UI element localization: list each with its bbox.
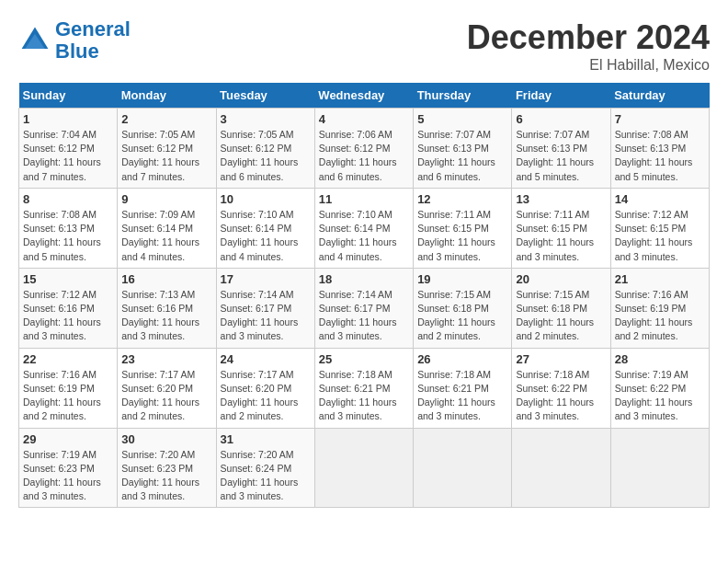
calendar-cell: 18Sunrise: 7:14 AMSunset: 6:17 PMDayligh… — [314, 268, 413, 348]
day-info: Sunrise: 7:20 AMSunset: 6:24 PMDaylight:… — [221, 448, 311, 504]
calendar-cell: 11Sunrise: 7:10 AMSunset: 6:14 PMDayligh… — [314, 188, 413, 268]
day-info: Sunrise: 7:05 AMSunset: 6:12 PMDaylight:… — [121, 128, 211, 184]
day-info: Sunrise: 7:18 AMSunset: 6:21 PMDaylight:… — [319, 368, 409, 424]
calendar-cell: 6Sunrise: 7:07 AMSunset: 6:13 PMDaylight… — [512, 109, 610, 189]
calendar-cell: 8Sunrise: 7:08 AMSunset: 6:13 PMDaylight… — [19, 188, 118, 268]
day-info: Sunrise: 7:20 AMSunset: 6:23 PMDaylight:… — [121, 448, 211, 504]
month-title: December 2024 — [467, 18, 710, 57]
calendar-week-row: 22Sunrise: 7:16 AMSunset: 6:19 PMDayligh… — [19, 348, 710, 428]
day-number: 2 — [121, 112, 211, 126]
calendar-cell: 30Sunrise: 7:20 AMSunset: 6:23 PMDayligh… — [118, 428, 216, 508]
day-info: Sunrise: 7:05 AMSunset: 6:12 PMDaylight:… — [221, 128, 311, 184]
calendar-cell — [414, 428, 512, 508]
day-info: Sunrise: 7:19 AMSunset: 6:23 PMDaylight:… — [23, 448, 113, 504]
day-header-monday: Monday — [118, 83, 216, 109]
calendar-cell: 19Sunrise: 7:15 AMSunset: 6:18 PMDayligh… — [414, 268, 512, 348]
calendar-header-row: SundayMondayTuesdayWednesdayThursdayFrid… — [19, 83, 710, 109]
day-info: Sunrise: 7:19 AMSunset: 6:22 PMDaylight:… — [615, 368, 705, 424]
calendar-cell: 27Sunrise: 7:18 AMSunset: 6:22 PMDayligh… — [512, 348, 610, 428]
day-info: Sunrise: 7:11 AMSunset: 6:15 PMDaylight:… — [516, 208, 606, 264]
day-number: 23 — [121, 352, 211, 366]
day-header-tuesday: Tuesday — [216, 83, 314, 109]
calendar-table: SundayMondayTuesdayWednesdayThursdayFrid… — [18, 83, 710, 508]
day-number: 24 — [221, 352, 311, 366]
calendar-cell: 2Sunrise: 7:05 AMSunset: 6:12 PMDaylight… — [118, 109, 216, 189]
day-number: 26 — [417, 352, 507, 366]
calendar-week-row: 8Sunrise: 7:08 AMSunset: 6:13 PMDaylight… — [19, 188, 710, 268]
location: El Habillal, Mexico — [467, 57, 710, 74]
calendar-cell: 20Sunrise: 7:15 AMSunset: 6:18 PMDayligh… — [512, 268, 610, 348]
calendar-cell — [314, 428, 413, 508]
day-info: Sunrise: 7:18 AMSunset: 6:22 PMDaylight:… — [516, 368, 606, 424]
calendar-cell: 12Sunrise: 7:11 AMSunset: 6:15 PMDayligh… — [414, 188, 512, 268]
day-info: Sunrise: 7:06 AMSunset: 6:12 PMDaylight:… — [319, 128, 409, 184]
calendar-cell: 15Sunrise: 7:12 AMSunset: 6:16 PMDayligh… — [19, 268, 118, 348]
day-header-wednesday: Wednesday — [314, 83, 413, 109]
day-info: Sunrise: 7:17 AMSunset: 6:20 PMDaylight:… — [221, 368, 311, 424]
day-number: 16 — [121, 272, 211, 286]
day-number: 18 — [319, 272, 409, 286]
calendar-cell: 29Sunrise: 7:19 AMSunset: 6:23 PMDayligh… — [19, 428, 118, 508]
day-header-friday: Friday — [512, 83, 610, 109]
day-number: 6 — [516, 112, 606, 126]
day-info: Sunrise: 7:16 AMSunset: 6:19 PMDaylight:… — [23, 368, 113, 424]
day-header-saturday: Saturday — [610, 83, 709, 109]
calendar-cell — [512, 428, 610, 508]
calendar-cell — [610, 428, 709, 508]
day-info: Sunrise: 7:08 AMSunset: 6:13 PMDaylight:… — [615, 128, 705, 184]
day-number: 13 — [516, 192, 606, 206]
day-number: 11 — [319, 192, 409, 206]
calendar-cell: 4Sunrise: 7:06 AMSunset: 6:12 PMDaylight… — [314, 109, 413, 189]
calendar-cell: 10Sunrise: 7:10 AMSunset: 6:14 PMDayligh… — [216, 188, 314, 268]
calendar-week-row: 1Sunrise: 7:04 AMSunset: 6:12 PMDaylight… — [19, 109, 710, 189]
day-info: Sunrise: 7:11 AMSunset: 6:15 PMDaylight:… — [417, 208, 507, 264]
calendar-cell: 25Sunrise: 7:18 AMSunset: 6:21 PMDayligh… — [314, 348, 413, 428]
day-info: Sunrise: 7:09 AMSunset: 6:14 PMDaylight:… — [121, 208, 211, 264]
day-number: 12 — [417, 192, 507, 206]
calendar-cell: 1Sunrise: 7:04 AMSunset: 6:12 PMDaylight… — [19, 109, 118, 189]
day-number: 19 — [417, 272, 507, 286]
day-number: 20 — [516, 272, 606, 286]
day-number: 29 — [23, 432, 113, 446]
calendar-cell: 21Sunrise: 7:16 AMSunset: 6:19 PMDayligh… — [610, 268, 709, 348]
calendar-cell: 31Sunrise: 7:20 AMSunset: 6:24 PMDayligh… — [216, 428, 314, 508]
day-number: 4 — [319, 112, 409, 126]
day-number: 5 — [417, 112, 507, 126]
calendar-cell: 28Sunrise: 7:19 AMSunset: 6:22 PMDayligh… — [610, 348, 709, 428]
calendar-cell: 7Sunrise: 7:08 AMSunset: 6:13 PMDaylight… — [610, 109, 709, 189]
day-number: 9 — [121, 192, 211, 206]
logo: General Blue — [18, 18, 131, 63]
day-info: Sunrise: 7:07 AMSunset: 6:13 PMDaylight:… — [417, 128, 507, 184]
day-number: 8 — [23, 192, 113, 206]
calendar-cell: 17Sunrise: 7:14 AMSunset: 6:17 PMDayligh… — [216, 268, 314, 348]
day-number: 14 — [615, 192, 705, 206]
calendar-cell: 9Sunrise: 7:09 AMSunset: 6:14 PMDaylight… — [118, 188, 216, 268]
day-number: 21 — [615, 272, 705, 286]
title-block: December 2024 El Habillal, Mexico — [467, 18, 710, 74]
calendar-cell: 23Sunrise: 7:17 AMSunset: 6:20 PMDayligh… — [118, 348, 216, 428]
day-info: Sunrise: 7:14 AMSunset: 6:17 PMDaylight:… — [221, 288, 311, 344]
day-info: Sunrise: 7:12 AMSunset: 6:16 PMDaylight:… — [23, 288, 113, 344]
calendar-cell: 5Sunrise: 7:07 AMSunset: 6:13 PMDaylight… — [414, 109, 512, 189]
day-header-thursday: Thursday — [414, 83, 512, 109]
day-number: 27 — [516, 352, 606, 366]
calendar-cell: 24Sunrise: 7:17 AMSunset: 6:20 PMDayligh… — [216, 348, 314, 428]
day-info: Sunrise: 7:17 AMSunset: 6:20 PMDaylight:… — [121, 368, 211, 424]
day-info: Sunrise: 7:04 AMSunset: 6:12 PMDaylight:… — [23, 128, 113, 184]
day-info: Sunrise: 7:18 AMSunset: 6:21 PMDaylight:… — [417, 368, 507, 424]
day-number: 15 — [23, 272, 113, 286]
day-number: 22 — [23, 352, 113, 366]
calendar-cell: 16Sunrise: 7:13 AMSunset: 6:16 PMDayligh… — [118, 268, 216, 348]
logo-icon — [18, 24, 51, 57]
logo-line2: Blue — [55, 40, 99, 63]
day-number: 28 — [615, 352, 705, 366]
day-number: 10 — [221, 192, 311, 206]
calendar-cell: 14Sunrise: 7:12 AMSunset: 6:15 PMDayligh… — [610, 188, 709, 268]
calendar-week-row: 15Sunrise: 7:12 AMSunset: 6:16 PMDayligh… — [19, 268, 710, 348]
day-info: Sunrise: 7:10 AMSunset: 6:14 PMDaylight:… — [221, 208, 311, 264]
logo-line1: General — [55, 17, 131, 40]
day-number: 17 — [221, 272, 311, 286]
day-info: Sunrise: 7:12 AMSunset: 6:15 PMDaylight:… — [615, 208, 705, 264]
page-header: General Blue December 2024 El Habillal, … — [18, 18, 710, 74]
day-header-sunday: Sunday — [19, 83, 118, 109]
